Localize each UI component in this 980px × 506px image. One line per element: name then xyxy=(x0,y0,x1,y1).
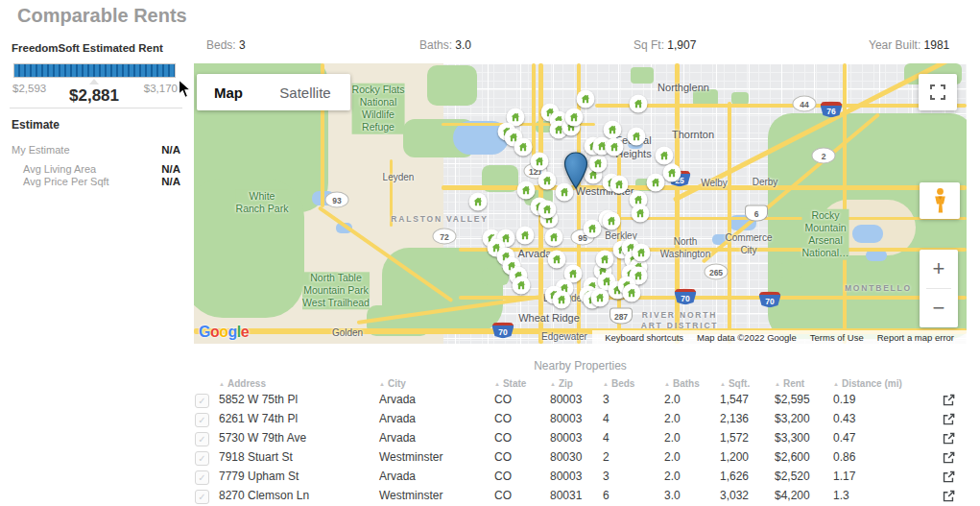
google-logo-letter: e xyxy=(241,324,249,340)
estimate-row-value: N/A xyxy=(161,144,180,156)
cell-beds: 4 xyxy=(603,431,610,445)
comparable-property-marker[interactable] xyxy=(517,181,536,200)
map-road xyxy=(390,159,393,227)
column-header-state[interactable]: ▲State xyxy=(494,378,526,389)
pegman-button[interactable] xyxy=(920,182,960,219)
nearby-properties-title: Nearby Properties xyxy=(194,359,967,373)
google-logo[interactable]: Google xyxy=(199,324,249,341)
comparable-property-marker[interactable] xyxy=(603,212,621,230)
stat-value: 3 xyxy=(239,38,246,52)
comparable-property-marker[interactable] xyxy=(606,138,624,157)
comparable-property-marker[interactable] xyxy=(589,155,608,173)
route-shield-72: 72 xyxy=(433,229,457,245)
estimate-row-value: N/A xyxy=(161,176,180,187)
zoom-in-button[interactable]: + xyxy=(920,250,958,288)
cell-sqft: 1,200 xyxy=(720,450,749,464)
fullscreen-button[interactable] xyxy=(919,74,957,110)
table-row: ✓5730 W 79th AveArvadaCO8000342.01,572$3… xyxy=(0,431,980,450)
map-canvas[interactable]: 93721219544226562877625707070 Northglenn… xyxy=(194,63,967,344)
open-listing-button[interactable] xyxy=(942,412,957,427)
column-header-distance[interactable]: ▲Distance (mi) xyxy=(833,378,902,389)
column-header-zip[interactable]: ▲Zip xyxy=(550,378,573,389)
cell-state: CO xyxy=(494,470,512,483)
comparable-property-marker[interactable] xyxy=(630,95,648,113)
satellite-view-button[interactable]: Satellite xyxy=(260,74,350,110)
comparable-property-marker[interactable] xyxy=(538,201,557,219)
external-link-icon xyxy=(942,412,956,426)
comparable-property-marker[interactable] xyxy=(469,193,488,211)
comparable-property-marker[interactable] xyxy=(584,220,602,238)
map-type-control: Map Satellite xyxy=(197,74,350,110)
comparable-property-marker[interactable] xyxy=(514,138,533,157)
comparable-property-marker[interactable] xyxy=(623,284,641,302)
row-checkbox[interactable]: ✓ xyxy=(195,394,209,408)
route-shield-70: 70 xyxy=(675,289,697,305)
column-header-baths[interactable]: ▲Baths xyxy=(664,378,700,389)
comparable-property-marker[interactable] xyxy=(656,147,674,165)
comparable-property-marker[interactable] xyxy=(516,227,535,245)
comparable-property-marker[interactable] xyxy=(545,229,563,247)
open-listing-button[interactable] xyxy=(942,470,957,485)
comparable-property-marker[interactable] xyxy=(565,108,584,127)
comparable-property-marker[interactable] xyxy=(513,277,531,295)
open-listing-button[interactable] xyxy=(942,450,957,466)
cell-state: CO xyxy=(494,393,512,406)
comparable-property-marker[interactable] xyxy=(663,164,681,182)
open-listing-button[interactable] xyxy=(942,489,957,504)
open-listing-button[interactable] xyxy=(942,431,957,446)
comparable-property-marker[interactable] xyxy=(633,244,651,262)
route-shield-93: 93 xyxy=(325,192,349,208)
row-checkbox[interactable]: ✓ xyxy=(195,413,209,427)
estimate-row-value: N/A xyxy=(161,163,180,175)
comparable-property-marker[interactable] xyxy=(632,205,650,223)
comparable-property-marker[interactable] xyxy=(577,90,595,108)
cell-beds: 4 xyxy=(603,412,610,425)
open-listing-button[interactable] xyxy=(942,393,957,408)
comparable-property-marker[interactable] xyxy=(628,128,646,146)
map-view-button[interactable]: Map xyxy=(197,74,260,110)
map-park-area xyxy=(779,263,802,278)
column-header-city[interactable]: ▲City xyxy=(379,378,406,389)
cell-sqft: 3,032 xyxy=(720,489,749,502)
terms-of-use-link[interactable]: Terms of Use xyxy=(803,332,871,343)
column-header-address[interactable]: ▲Address xyxy=(219,378,266,389)
row-checkbox[interactable]: ✓ xyxy=(195,490,209,504)
comparable-property-marker[interactable] xyxy=(596,251,614,269)
column-header-label: Sqft. xyxy=(729,378,750,389)
zoom-out-button[interactable]: − xyxy=(920,289,958,327)
row-checkbox[interactable]: ✓ xyxy=(195,432,209,446)
keyboard-shortcuts-link[interactable]: Keyboard shortcuts xyxy=(598,332,690,343)
comparable-property-marker[interactable] xyxy=(553,291,571,309)
comparable-property-marker[interactable] xyxy=(610,176,629,194)
column-header-label: Address xyxy=(227,378,266,389)
cell-sqft: 2,136 xyxy=(720,412,749,425)
column-header-beds[interactable]: ▲Beds xyxy=(603,378,634,389)
comparable-property-marker[interactable] xyxy=(591,289,610,307)
map-attribution-bar: Keyboard shortcuts Map data ©2022 Google… xyxy=(592,330,967,344)
column-header-sqft[interactable]: ▲Sqft. xyxy=(720,378,750,389)
row-checkbox[interactable]: ✓ xyxy=(195,470,209,485)
house-icon xyxy=(541,204,554,216)
subject-property-pin[interactable] xyxy=(563,152,588,193)
external-link-icon xyxy=(942,489,956,503)
comparable-property-marker[interactable] xyxy=(548,251,566,269)
house-icon xyxy=(510,111,522,124)
house-icon xyxy=(631,131,643,143)
report-map-error-link[interactable]: Report a map error xyxy=(871,332,961,343)
cell-baths: 3.0 xyxy=(664,489,681,502)
cell-beds: 3 xyxy=(603,393,610,406)
house-icon xyxy=(567,268,580,280)
column-header-rent[interactable]: ▲Rent xyxy=(775,378,804,389)
comparable-property-marker[interactable] xyxy=(604,121,622,139)
house-icon xyxy=(592,157,605,170)
comparable-property-marker[interactable] xyxy=(538,172,557,190)
row-checkbox[interactable]: ✓ xyxy=(195,451,209,466)
rent-estimate-value: $2,881 xyxy=(13,86,175,106)
comparable-property-marker[interactable] xyxy=(647,174,665,192)
route-shield-6: 6 xyxy=(745,205,768,222)
comparable-property-marker[interactable] xyxy=(531,153,549,171)
table-row: ✓7918 Stuart StWestminsterCO8003022.01,2… xyxy=(0,450,980,470)
stat-yearbuilt: Year Built: 1981 xyxy=(869,38,949,52)
estimate-row: Avg Price Per SqftN/A xyxy=(12,176,180,189)
cell-city: Westminster xyxy=(379,489,442,502)
